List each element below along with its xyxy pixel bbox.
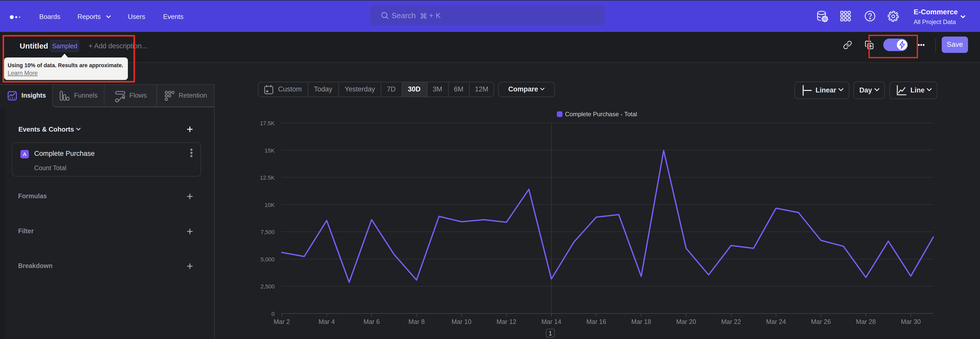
svg-text:Mar 12: Mar 12 xyxy=(496,318,516,325)
svg-text:7,500: 7,500 xyxy=(261,229,275,235)
svg-text:Mar 6: Mar 6 xyxy=(363,318,380,325)
svg-text:Mar 14: Mar 14 xyxy=(541,318,561,325)
svg-text:Mar 4: Mar 4 xyxy=(318,318,335,325)
svg-text:Complete Purchase - Total: Complete Purchase - Total xyxy=(565,110,637,118)
svg-text:Mar 16: Mar 16 xyxy=(586,318,606,325)
svg-text:Mar 10: Mar 10 xyxy=(452,318,471,325)
svg-text:12.5K: 12.5K xyxy=(260,174,275,181)
svg-text:Mar 30: Mar 30 xyxy=(901,318,921,325)
svg-text:Mar 28: Mar 28 xyxy=(856,318,876,325)
svg-text:Mar 8: Mar 8 xyxy=(408,318,425,325)
svg-text:17.5K: 17.5K xyxy=(260,120,275,126)
svg-text:Mar 20: Mar 20 xyxy=(676,318,696,325)
svg-text:Mar 18: Mar 18 xyxy=(632,318,651,325)
svg-text:Mar 2: Mar 2 xyxy=(274,318,290,325)
svg-text:10K: 10K xyxy=(265,202,275,208)
svg-text:Mar 26: Mar 26 xyxy=(811,318,831,325)
svg-text:15K: 15K xyxy=(265,147,275,154)
svg-text:0: 0 xyxy=(272,311,275,317)
svg-text:5,000: 5,000 xyxy=(261,256,275,262)
svg-text:Mar 24: Mar 24 xyxy=(766,318,786,325)
svg-text:2,500: 2,500 xyxy=(261,283,275,290)
svg-text:Mar 22: Mar 22 xyxy=(721,318,741,325)
